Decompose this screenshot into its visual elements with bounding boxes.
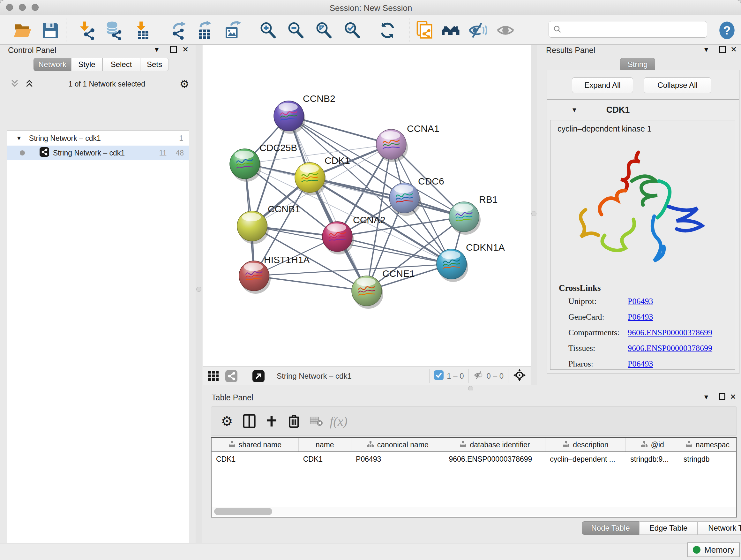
export-network-icon[interactable] xyxy=(168,20,189,41)
cdk1-section-body: cyclin–dependent kinase 1 CrossLinks xyxy=(550,120,735,370)
zoom-selected-region-icon[interactable] xyxy=(341,20,362,41)
show-panel-eye-icon[interactable] xyxy=(495,20,516,41)
crosslink-link[interactable]: 9606.ENSP00000378699 xyxy=(628,344,712,353)
memory-button[interactable]: Memory xyxy=(687,543,740,557)
import-network-from-file-icon[interactable] xyxy=(76,20,97,41)
table-panel-maximize-icon[interactable] xyxy=(719,393,725,400)
tab-edge-table[interactable]: Edge Table xyxy=(639,521,697,535)
crosslink-link[interactable]: P06493 xyxy=(628,312,653,322)
show-columns-icon[interactable] xyxy=(238,411,260,431)
grid-view-icon[interactable] xyxy=(205,366,222,386)
tab-network-table[interactable]: Network Table xyxy=(697,521,741,535)
control-panel-close-icon[interactable]: ✕ xyxy=(182,45,189,54)
zoom-in-icon[interactable] xyxy=(257,20,278,41)
table-cell[interactable]: CDK1 xyxy=(212,452,299,466)
import-table-from-file-icon[interactable] xyxy=(132,20,153,41)
network-edge-HIST1H1A-CCNE1[interactable] xyxy=(254,276,367,291)
save-session-icon[interactable] xyxy=(40,20,61,41)
table-panel-close-icon[interactable]: ✕ xyxy=(730,392,736,401)
scrollbar-thumb[interactable] xyxy=(214,508,272,515)
table-cell[interactable]: stringdb:9... xyxy=(626,452,679,466)
crosslink-link[interactable]: 9606.ENSP00000378699 xyxy=(628,328,712,337)
delete-column-trash-icon[interactable] xyxy=(283,411,305,431)
tab-string[interactable]: String xyxy=(620,58,655,71)
export-image-icon[interactable] xyxy=(221,20,243,41)
protein-structure-image[interactable] xyxy=(573,143,713,281)
zoom-out-icon[interactable] xyxy=(285,20,306,41)
network-collection-row[interactable]: ▼ String Network – cdk1 1 xyxy=(7,131,189,145)
left-splitter[interactable] xyxy=(196,45,202,543)
network-share-icon[interactable] xyxy=(222,366,240,386)
string-query-icon[interactable] xyxy=(414,20,435,41)
home-icon[interactable] xyxy=(440,20,461,41)
export-table-icon[interactable] xyxy=(194,20,215,41)
hide-panel-eye-slash-icon[interactable] xyxy=(467,20,488,41)
column-header-name[interactable]: name xyxy=(299,438,351,451)
crosslink-link[interactable]: P06493 xyxy=(628,359,653,369)
node-label-CCNA2: CCNA2 xyxy=(353,214,386,225)
column-header-@id[interactable]: @id xyxy=(626,438,679,451)
expand-all-chevron-icon[interactable] xyxy=(24,78,34,89)
hidden-eye-slash-icon[interactable] xyxy=(473,370,484,382)
search-input[interactable] xyxy=(549,21,707,38)
network-row[interactable]: String Network – cdk1 11 48 xyxy=(7,145,189,160)
collection-expand-icon[interactable]: ▼ xyxy=(16,135,22,142)
column-header-database-identifier[interactable]: database identifier xyxy=(444,438,545,451)
tab-network[interactable]: Network xyxy=(33,58,71,71)
tab-style[interactable]: Style xyxy=(71,58,103,71)
zoom-fit-content-icon[interactable] xyxy=(313,20,334,41)
open-session-icon[interactable] xyxy=(12,20,33,41)
table-panel-float-icon[interactable]: ▾ xyxy=(704,392,708,401)
table-cell[interactable]: P06493 xyxy=(351,452,444,466)
table-cell[interactable]: CDK1 xyxy=(299,452,351,466)
right-splitter-handle[interactable] xyxy=(531,211,536,216)
tab-sets[interactable]: Sets xyxy=(140,58,169,71)
network-node-CDKN1A[interactable]: CDKN1A xyxy=(436,242,505,282)
column-header-canonical-name[interactable]: canonical name xyxy=(351,438,444,451)
network-node-CCNA1[interactable]: CCNA1 xyxy=(376,123,440,162)
results-panel-float-icon[interactable]: ▾ xyxy=(704,45,708,54)
expand-all-button[interactable]: Expand All xyxy=(572,77,633,93)
control-panel-maximize-icon[interactable] xyxy=(170,46,177,53)
control-panel-float-icon[interactable]: ▾ xyxy=(155,45,158,54)
column-header-namespac[interactable]: namespac xyxy=(679,438,736,451)
left-splitter-handle[interactable] xyxy=(196,287,201,292)
delete-table-icon[interactable] xyxy=(305,411,327,431)
network-node-CCNB1[interactable]: CCNB1 xyxy=(237,204,300,244)
table-options-gear-icon[interactable]: ⚙ xyxy=(216,411,238,431)
table-cell[interactable]: stringdb xyxy=(679,452,736,466)
network-node-CCNE1[interactable]: CCNE1 xyxy=(352,268,415,309)
network-node-CDK1[interactable]: CDK1 xyxy=(295,155,350,195)
network-node-RB1[interactable]: RB1 xyxy=(449,194,497,235)
tab-select[interactable]: Select xyxy=(103,58,140,71)
column-header-label: namespac xyxy=(696,441,730,449)
status-bar: Memory xyxy=(0,543,741,560)
crosslink-link[interactable]: P06493 xyxy=(628,297,653,306)
birdseye-view-icon[interactable] xyxy=(250,366,267,386)
right-splitter[interactable] xyxy=(531,45,537,385)
cdk1-collapse-icon[interactable]: ▼ xyxy=(571,106,578,114)
create-column-plus-icon[interactable] xyxy=(260,411,283,431)
column-header-description[interactable]: description xyxy=(545,438,626,451)
function-builder-icon[interactable]: f(x) xyxy=(327,411,350,431)
tab-node-table[interactable]: Node Table xyxy=(582,521,639,535)
selected-checkbox-icon[interactable] xyxy=(434,370,444,382)
column-header-shared-name[interactable]: shared name xyxy=(212,438,299,451)
table-cell[interactable]: cyclin–dependent ... xyxy=(545,452,626,466)
results-panel-close-icon[interactable]: ✕ xyxy=(731,45,737,54)
fit-selected-crosshair-icon[interactable] xyxy=(513,368,526,384)
cdk1-section-header[interactable]: ▼ CDK1 xyxy=(547,102,740,118)
help-icon[interactable]: ? xyxy=(717,20,738,41)
results-panel-maximize-icon[interactable] xyxy=(719,46,726,53)
network-canvas[interactable]: CCNB2CCNA1CDC25BCDK1CDC6RB1CCNB1CCNA2CDK… xyxy=(203,45,531,366)
network-node-CDC25B[interactable]: CDC25B xyxy=(230,142,297,182)
table-cell[interactable]: 9606.ENSP00000378699 xyxy=(444,452,545,466)
collapse-all-chevron-icon[interactable] xyxy=(10,78,19,89)
table-row[interactable]: CDK1CDK1P064939606.ENSP00000378699cyclin… xyxy=(212,452,736,466)
network-options-gear-icon[interactable]: ⚙ xyxy=(180,78,189,90)
refresh-icon[interactable] xyxy=(377,20,398,41)
network-node-HIST1H1A[interactable]: HIST1H1A xyxy=(239,254,310,294)
import-network-from-database-icon[interactable] xyxy=(103,20,124,41)
table-horizontal-scrollbar[interactable] xyxy=(212,507,736,516)
collapse-all-button[interactable]: Collapse All xyxy=(644,77,711,93)
